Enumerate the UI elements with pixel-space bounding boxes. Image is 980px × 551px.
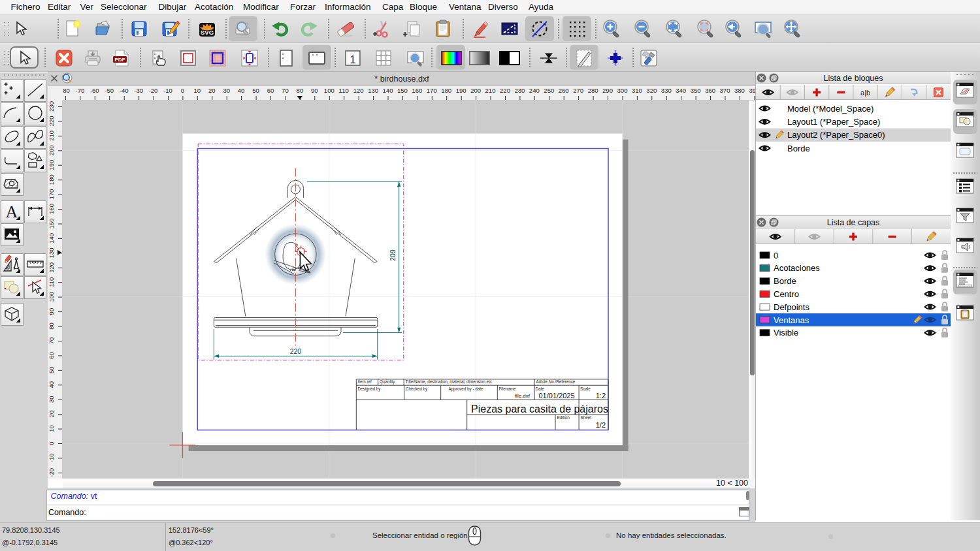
- svg-text:Item ref: Item ref: [358, 379, 372, 384]
- svg-text:Quantity: Quantity: [380, 379, 395, 385]
- svg-text:190: 190: [48, 160, 55, 170]
- svg-text:110: 110: [48, 277, 55, 287]
- svg-text:Sheet: Sheet: [581, 415, 592, 420]
- svg-text:a|b: a|b: [860, 89, 870, 97]
- svg-text:Visible: Visible: [774, 328, 798, 338]
- svg-text:300: 300: [617, 87, 628, 94]
- svg-text:140: 140: [383, 87, 393, 94]
- svg-text:210: 210: [485, 87, 496, 94]
- svg-text:360: 360: [705, 87, 715, 94]
- svg-text:Scale: Scale: [580, 386, 591, 391]
- svg-text:80: 80: [48, 323, 55, 330]
- svg-text:1/2: 1/2: [596, 421, 606, 429]
- svg-text:90: 90: [311, 87, 318, 94]
- svg-text:Title/Name, destination, mater: Title/Name, destination, material, dimen…: [406, 379, 492, 384]
- svg-text:290: 290: [602, 87, 613, 94]
- svg-text:230: 230: [514, 87, 525, 94]
- svg-text:270: 270: [573, 87, 583, 94]
- svg-text:Layout1 (*Paper_Space): Layout1 (*Paper_Space): [787, 117, 880, 127]
- svg-text:260: 260: [559, 87, 569, 94]
- svg-text:-60: -60: [90, 87, 99, 94]
- svg-text:0: 0: [181, 87, 184, 94]
- svg-text:1:2: 1:2: [596, 392, 606, 400]
- svg-text:150: 150: [397, 87, 408, 94]
- svg-text:Article No./Reference: Article No./Reference: [536, 379, 576, 384]
- svg-text:350: 350: [691, 87, 701, 94]
- svg-text:200: 200: [48, 145, 55, 155]
- svg-text:Layout2 (*Paper_Space0): Layout2 (*Paper_Space0): [787, 130, 885, 140]
- svg-text:130: 130: [368, 87, 378, 94]
- svg-text:220: 220: [48, 116, 55, 126]
- svg-text:310: 310: [632, 87, 642, 94]
- svg-text:340: 340: [676, 87, 686, 94]
- svg-text:70: 70: [282, 87, 289, 94]
- svg-text:130: 130: [48, 247, 55, 258]
- svg-text:330: 330: [661, 87, 672, 94]
- svg-text:20: 20: [48, 411, 55, 418]
- svg-text:150: 150: [48, 219, 55, 229]
- svg-text:Edition: Edition: [557, 415, 570, 420]
- svg-text:230: 230: [48, 101, 55, 112]
- svg-text:01/01/2025: 01/01/2025: [538, 392, 574, 400]
- svg-text:60: 60: [48, 352, 55, 359]
- svg-text:170: 170: [48, 189, 55, 200]
- svg-text:210: 210: [48, 131, 55, 141]
- svg-text:-30: -30: [134, 87, 143, 94]
- svg-text:220: 220: [500, 87, 510, 94]
- svg-text:-50: -50: [105, 87, 114, 94]
- svg-text:-10: -10: [163, 87, 172, 94]
- svg-text:40: 40: [238, 87, 245, 94]
- svg-text:30: 30: [223, 87, 230, 94]
- svg-text:250: 250: [544, 87, 554, 94]
- svg-text:10: 10: [194, 87, 201, 94]
- svg-text:Filename: Filename: [499, 386, 516, 391]
- svg-text:120: 120: [353, 87, 364, 94]
- svg-text:Model (*Model_Space): Model (*Model_Space): [787, 103, 874, 113]
- svg-text:Piezas para casita de pájaros: Piezas para casita de pájaros: [471, 403, 608, 415]
- svg-text:0: 0: [774, 250, 778, 260]
- svg-text:file.dxf: file.dxf: [515, 393, 531, 399]
- svg-text:80: 80: [297, 87, 304, 94]
- svg-text:50: 50: [252, 87, 259, 94]
- svg-text:Borde: Borde: [787, 143, 810, 153]
- svg-text:200: 200: [470, 87, 481, 94]
- svg-text:-10: -10: [48, 454, 55, 463]
- svg-text:30: 30: [48, 396, 55, 403]
- svg-text:280: 280: [588, 87, 598, 94]
- svg-text:Checked by: Checked by: [406, 386, 428, 392]
- svg-text:Borde: Borde: [774, 276, 796, 286]
- svg-text:370: 370: [720, 87, 730, 94]
- svg-text:160: 160: [412, 87, 422, 94]
- svg-text:380: 380: [734, 87, 745, 94]
- svg-text:-20: -20: [48, 468, 55, 477]
- svg-text:160: 160: [48, 204, 55, 214]
- svg-text:110: 110: [339, 87, 349, 94]
- svg-text:100: 100: [48, 292, 55, 302]
- svg-text:170: 170: [427, 87, 437, 94]
- svg-text:180: 180: [48, 174, 55, 185]
- svg-text:-40: -40: [120, 87, 129, 94]
- svg-text:60: 60: [267, 87, 274, 94]
- svg-text:PDF: PDF: [115, 57, 125, 63]
- svg-text:Defpoints: Defpoints: [774, 302, 809, 311]
- svg-text:180: 180: [441, 87, 451, 94]
- svg-text:Approved by - date: Approved by - date: [448, 386, 483, 392]
- svg-text:Centro: Centro: [774, 289, 799, 299]
- svg-text:-20: -20: [149, 87, 158, 94]
- svg-text:Date: Date: [536, 386, 545, 391]
- svg-text:A: A: [6, 202, 18, 221]
- svg-text:20: 20: [208, 87, 216, 94]
- svg-text:209: 209: [389, 249, 397, 261]
- svg-text:-80: -80: [63, 87, 70, 94]
- svg-text:320: 320: [646, 87, 657, 94]
- svg-text:Acotaciones: Acotaciones: [774, 263, 820, 273]
- svg-text:120: 120: [48, 262, 55, 273]
- svg-text:70: 70: [48, 338, 55, 345]
- svg-text:90: 90: [48, 308, 55, 315]
- svg-text:100: 100: [324, 87, 335, 94]
- svg-text:-70: -70: [76, 87, 85, 94]
- svg-text:Ventanas: Ventanas: [774, 315, 809, 324]
- svg-text:1: 1: [350, 54, 355, 66]
- svg-text:220: 220: [290, 347, 302, 355]
- svg-text:10: 10: [48, 425, 55, 432]
